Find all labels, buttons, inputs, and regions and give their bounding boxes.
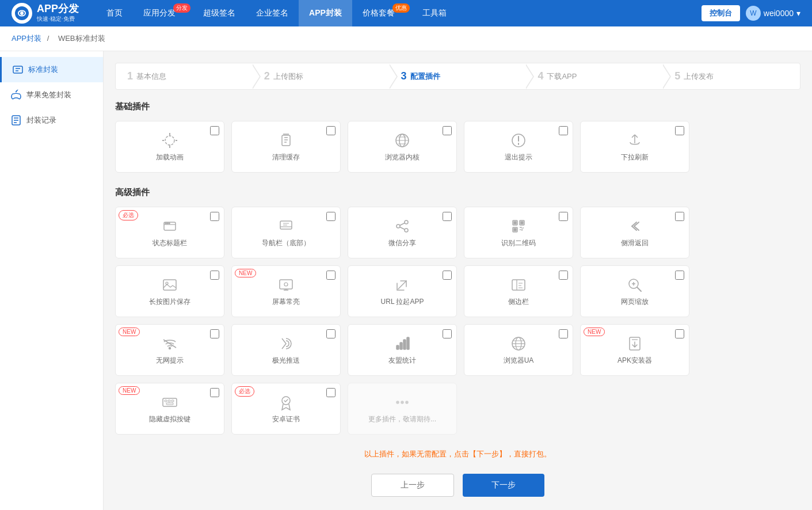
plugin-ua-label: 浏览器UA	[504, 356, 534, 366]
plugin-nav-bar[interactable]: 导航栏（底部）	[231, 207, 341, 258]
main-nav: 首页 应用分发 分发 超级签名 企业签名 APP封装 价格套餐 优惠 工具箱	[96, 0, 702, 26]
plugin-wechat-share[interactable]: 微信分享	[348, 207, 457, 258]
header: APP分发 快速·稳定·免费 首页 应用分发 分发 超级签名 企业签名 APP封…	[0, 0, 812, 26]
step-4[interactable]: 4 下载APP	[526, 63, 663, 89]
step-5[interactable]: 5 上传发布	[663, 63, 800, 89]
plugin-wechat-checkbox[interactable]	[443, 212, 452, 221]
plugin-cache-label: 清理缓存	[272, 153, 300, 162]
svg-point-43	[397, 401, 399, 404]
nav-super-sign[interactable]: 超级签名	[193, 0, 246, 26]
svg-point-29	[169, 347, 171, 349]
loading-icon	[161, 132, 178, 149]
plugin-qrcode[interactable]: 识别二维码	[464, 207, 573, 258]
header-right: 控制台 W wei0000 ▾	[702, 5, 800, 21]
plugin-swipe-checkbox[interactable]	[675, 212, 684, 221]
svg-rect-5	[282, 135, 290, 146]
plugin-apk-label: APK安装器	[617, 356, 652, 366]
plugin-status-checkbox[interactable]	[210, 212, 219, 221]
step-2[interactable]: 2 上传图标	[253, 63, 390, 89]
plugin-jpush-checkbox[interactable]	[326, 329, 336, 338]
plugin-status-label: 状态标题栏	[153, 238, 187, 248]
action-buttons: 上一步 下一步	[115, 474, 800, 497]
sidebar-item-records[interactable]: 封装记录	[0, 108, 103, 133]
plugin-umeng-checkbox[interactable]	[443, 329, 452, 338]
svg-rect-41	[166, 403, 173, 405]
nav-tools[interactable]: 工具箱	[412, 0, 457, 26]
user-area[interactable]: W wei0000 ▾	[746, 6, 800, 21]
plugin-network-checkbox[interactable]	[210, 329, 219, 338]
plugin-cache-checkbox[interactable]	[326, 126, 336, 135]
svg-rect-33	[407, 337, 409, 349]
plugin-exit-label: 退出提示	[505, 153, 532, 162]
plugin-apk-checkbox[interactable]	[675, 329, 684, 338]
sidebar-standard-label: 标准封装	[28, 64, 58, 75]
plugin-swipe-label: 侧滑返回	[621, 238, 649, 248]
svg-point-45	[406, 401, 408, 404]
qrcode-icon	[510, 218, 527, 235]
step-1[interactable]: 1 基本信息	[116, 63, 253, 89]
new-badge-apk: NEW	[584, 328, 605, 336]
username: wei0000	[764, 9, 794, 18]
plugin-no-network[interactable]: NEW 无网提示	[115, 324, 224, 376]
plugin-browser-core[interactable]: 浏览器内核	[348, 121, 457, 173]
plugin-nav-checkbox[interactable]	[326, 212, 336, 221]
step-3[interactable]: 3 配置插件	[390, 63, 527, 89]
avatar: W	[746, 6, 761, 21]
plugin-sidebar-checkbox[interactable]	[559, 271, 568, 280]
prev-button[interactable]: 上一步	[371, 474, 454, 497]
plugin-cert-checkbox[interactable]	[326, 388, 336, 397]
plugin-clear-cache[interactable]: 清理缓存	[231, 121, 341, 173]
breadcrumb-separator: /	[47, 34, 49, 43]
svg-point-12	[169, 223, 170, 224]
plugin-swipe-back[interactable]: 侧滑返回	[580, 207, 689, 258]
apple-icon	[10, 89, 22, 101]
control-panel-button[interactable]: 控制台	[702, 5, 740, 21]
plugin-screen-on[interactable]: NEW 屏幕常亮	[231, 265, 341, 317]
nav-distribution[interactable]: 应用分发 分发	[133, 0, 193, 26]
plugin-loading-checkbox[interactable]	[210, 126, 219, 135]
plugin-keys-checkbox[interactable]	[210, 388, 219, 397]
plugin-umeng[interactable]: 友盟统计	[348, 324, 457, 376]
info-text: 以上插件，如果无需配置，点击【下一步】，直接打包。	[115, 449, 800, 459]
sidebar-item-apple[interactable]: 苹果免签封装	[0, 82, 103, 108]
nav-app-package[interactable]: APP封装	[299, 0, 352, 26]
sidebar-item-standard[interactable]: 标准封装	[0, 57, 103, 82]
plugin-zoom[interactable]: 网页缩放	[580, 265, 689, 317]
hide-keys-icon	[161, 394, 178, 411]
plugin-url-launch[interactable]: URL 拉起APP	[348, 265, 457, 317]
plugin-refresh-checkbox[interactable]	[675, 126, 684, 135]
plugin-sidebar[interactable]: 侧边栏	[464, 265, 573, 317]
plugin-qrcode-checkbox[interactable]	[559, 212, 568, 221]
required-badge-status: 必选	[119, 210, 138, 220]
screen-on-icon	[277, 276, 295, 294]
nav-enterprise-sign[interactable]: 企业签名	[246, 0, 299, 26]
nav-home[interactable]: 首页	[96, 0, 133, 26]
svg-rect-39	[168, 400, 170, 402]
plugin-status-bar[interactable]: 必选 状态标题栏	[115, 207, 224, 258]
nav-pricing[interactable]: 价格套餐 优惠	[352, 0, 412, 26]
plugin-loading-label: 加载动画	[156, 153, 184, 162]
plugin-hide-keys[interactable]: NEW 隐藏虚拟按键	[115, 383, 224, 435]
plugin-jpush[interactable]: 极光推送	[231, 324, 341, 376]
plugin-pull-refresh[interactable]: 下拉刷新	[580, 121, 689, 173]
plugin-android-cert[interactable]: 必选 安卓证书	[231, 383, 341, 435]
plugin-browser-ua[interactable]: 浏览器UA	[464, 324, 573, 376]
breadcrumb-parent[interactable]: APP封装	[12, 34, 41, 43]
plugin-save-image[interactable]: 长按图片保存	[115, 265, 224, 317]
sidebar: 标准封装 苹果免签封装 封装记录	[0, 51, 104, 510]
package-icon	[12, 64, 24, 75]
plugin-save-img-checkbox[interactable]	[210, 271, 219, 280]
plugin-url-checkbox[interactable]	[443, 271, 452, 280]
plugin-screen-checkbox[interactable]	[326, 271, 336, 280]
plugin-ua-checkbox[interactable]	[559, 329, 568, 338]
svg-rect-37	[163, 398, 177, 406]
plugin-screen-label: 屏幕常亮	[272, 297, 300, 307]
plugin-loading-anim[interactable]: 加载动画	[115, 121, 224, 173]
plugin-exit-hint[interactable]: 退出提示	[464, 121, 573, 173]
next-button[interactable]: 下一步	[463, 474, 544, 497]
plugin-apk-installer[interactable]: NEW APK安装器	[580, 324, 689, 376]
plugin-exit-checkbox[interactable]	[559, 126, 568, 135]
svg-point-1	[20, 12, 24, 15]
plugin-zoom-checkbox[interactable]	[675, 271, 684, 280]
plugin-browser-core-checkbox[interactable]	[443, 126, 452, 135]
